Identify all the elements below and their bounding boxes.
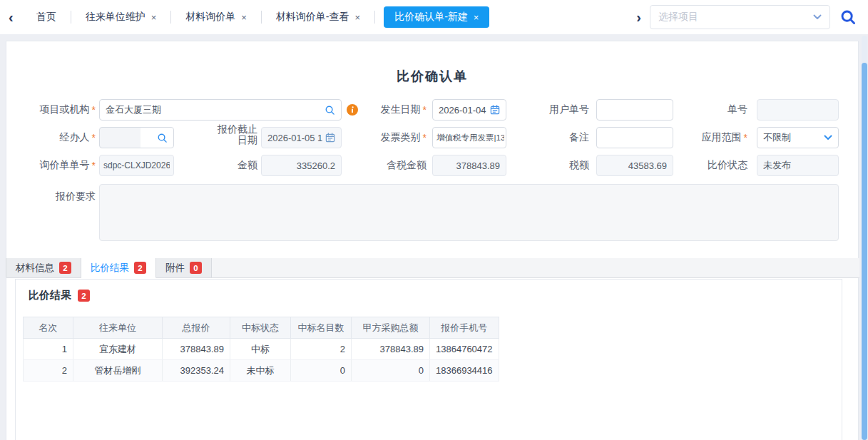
calendar-icon[interactable] [490,105,500,115]
inquiry-no-label: 询价单单号* [6,155,96,176]
table-row[interactable]: 2 管材岳增刚 392353.24 未中标 0 0 18366934416 [24,360,499,382]
tax-incl-label: 含税金额 [357,155,427,176]
tab-material-inquiry[interactable]: 材料询价单 × [171,0,261,34]
calendar-icon [325,133,335,143]
top-tab-bar: ‹ 首页 往来单位维护 × 材料询价单 × 材料询价单-查看 × 比价确认单-新… [0,0,868,34]
tab-label: 附件 [165,262,185,275]
tab-price-compare-new[interactable]: 比价确认单-新建 × [384,6,489,28]
required-marker: * [423,132,427,143]
compare-result-table: 名次 往来单位 总报价 中标状态 中标名目数 甲方采购总额 报价手机号 1 宜东… [23,317,499,382]
info-icon[interactable] [347,104,358,116]
amount-label: 金额 [213,155,257,176]
apply-scope-label: 应用范围* [678,127,747,148]
cell-win-count: 2 [291,339,352,360]
tab-label: 比价结果 [91,262,129,275]
col-win-count: 中标名目数 [291,317,352,339]
search-icon[interactable] [157,133,168,143]
occur-date-input[interactable]: 2026-01-04 15 [432,99,506,121]
quote-deadline-label: 报价截止日期 [213,124,257,145]
search-icon[interactable] [325,105,335,116]
handler-input[interactable] [99,127,174,148]
compare-status-input: 未发布 [757,155,839,176]
col-win-status: 中标状态 [230,317,291,339]
count-badge: 0 [190,262,202,274]
doc-no-label: 单号 [678,99,747,121]
cell-unit: 宜东建材 [73,339,163,360]
close-icon[interactable]: × [151,12,157,23]
tabs-scroll-left-icon[interactable]: ‹ [0,10,22,24]
quote-deadline-input: 2026-01-05 14 [261,127,342,148]
cell-win-status: 中标 [230,339,291,360]
section-header: 比价结果 2 [16,280,842,302]
cell-rank: 1 [24,339,73,360]
required-marker: * [423,104,427,116]
compare-result-panel: 比价结果 2 名次 往来单位 总报价 中标状态 中标名目数 甲方采购总额 [15,279,842,440]
tab-home[interactable]: 首页 [22,0,71,34]
table-header-row: 名次 往来单位 总报价 中标状态 中标名目数 甲方采购总额 报价手机号 [24,317,499,339]
tab-label: 往来单位维护 [86,11,145,24]
tab-label: 材料询价单 [185,11,235,24]
tax-label: 税额 [529,155,589,176]
tax-input: 43583.69 [596,155,673,176]
tab-attachment[interactable]: 附件 0 [156,258,212,277]
close-icon[interactable]: × [241,12,247,23]
project-select-placeholder: 选择项目 [658,11,813,24]
invoice-type-label: 发票类别* [357,127,427,148]
required-marker: * [92,160,96,171]
table-row[interactable]: 1 宜东建材 378843.89 中标 2 378843.89 13864760… [24,339,499,360]
scrollbar-thumb[interactable] [862,63,867,440]
search-icon[interactable] [840,9,856,25]
cell-unit: 管材岳增刚 [73,360,163,382]
tab-label: 材料信息 [16,262,54,275]
tab-divider [374,11,375,24]
tax-incl-input: 378843.89 [432,155,506,176]
handler-label: 经办人* [6,127,96,148]
compare-status-label: 比价状态 [678,155,747,176]
cell-total-quote: 392353.24 [163,360,230,382]
quote-req-textarea [99,184,839,241]
required-marker: * [92,104,96,116]
tab-unit-maintenance[interactable]: 往来单位维护 × [71,0,171,34]
remark-input[interactable] [596,127,673,148]
cell-total-quote: 378843.89 [163,339,230,360]
cell-phone: 18366934416 [430,360,499,382]
project-label: 项目或机构* [6,99,96,121]
user-no-label: 用户单号 [529,99,589,121]
chevron-down-icon [813,14,822,20]
inquiry-no-input: sdpc-CLXJD20260 [99,155,174,176]
cell-win-status: 未中标 [230,360,291,382]
cell-rank: 2 [24,360,73,382]
col-unit: 往来单位 [73,317,163,339]
chevron-down-icon[interactable] [824,135,832,140]
project-select[interactable]: 选择项目 [650,5,830,29]
col-purchase-total: 甲方采购总额 [352,317,430,339]
tab-compare-result[interactable]: 比价结果 2 [81,258,156,278]
project-input[interactable]: 金石大厦三期 [99,99,342,121]
form-card: 比价确认单 项目或机构* 金石大厦三期 发生日期* 2026-01-04 15 … [6,41,859,440]
cell-phone: 13864760472 [430,339,499,360]
user-no-input[interactable] [596,99,673,121]
doc-no-input [757,99,839,121]
tab-material-inquiry-view[interactable]: 材料询价单-查看 × [262,0,374,34]
tab-label: 材料询价单-查看 [276,11,349,24]
col-rank: 名次 [24,317,73,339]
page-title: 比价确认单 [6,68,858,85]
detail-tab-bar: 材料信息 2 比价结果 2 附件 0 [6,258,859,278]
section-title: 比价结果 [29,289,71,302]
quote-req-label: 报价要求 [6,186,96,208]
close-icon[interactable]: × [355,12,361,23]
tab-label: 比价确认单-新建 [394,11,468,24]
cell-purchase-total: 378843.89 [352,339,430,360]
amount-input: 335260.2 [261,155,342,176]
tab-label: 首页 [36,11,56,24]
tabs-scroll-right-icon[interactable]: › [628,10,650,24]
close-icon[interactable]: × [474,12,479,23]
apply-scope-select[interactable]: 不限制 [757,127,839,148]
col-phone: 报价手机号 [430,317,499,339]
count-badge: 2 [78,290,90,302]
invoice-type-input[interactable]: 增值税专用发票|13 [432,127,506,148]
tab-material-info[interactable]: 材料信息 2 [6,258,81,277]
count-badge: 2 [134,262,146,274]
cell-purchase-total: 0 [352,360,430,382]
count-badge: 2 [59,262,71,274]
